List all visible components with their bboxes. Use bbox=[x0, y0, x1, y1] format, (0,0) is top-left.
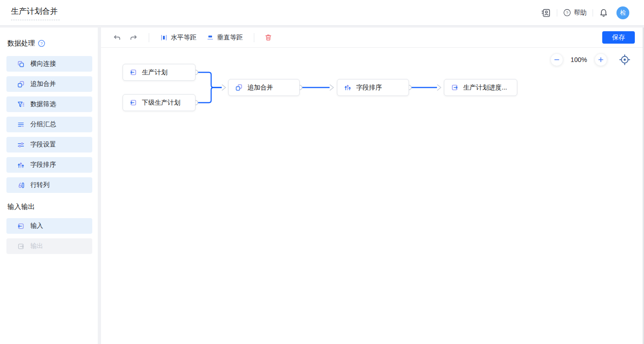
redo-icon bbox=[129, 34, 138, 42]
locate-icon bbox=[619, 54, 630, 65]
contacts-icon[interactable] bbox=[541, 8, 551, 18]
node-label: 生产计划进度... bbox=[463, 84, 507, 92]
join-icon bbox=[17, 60, 25, 68]
sidebar-item-label: 输入 bbox=[30, 222, 43, 230]
divider bbox=[593, 9, 593, 17]
input-icon bbox=[17, 222, 25, 230]
zoom-level: 100% bbox=[563, 56, 594, 63]
help-circle-icon[interactable]: ? bbox=[38, 39, 45, 47]
node-label: 下级生产计划 bbox=[142, 99, 180, 107]
section-title-data-processing: 数据处理 ? bbox=[7, 39, 92, 48]
minus-icon bbox=[554, 56, 560, 63]
node-production-plan[interactable]: 生产计划 bbox=[123, 64, 196, 81]
sidebar-item-label: 数据筛选 bbox=[30, 100, 56, 108]
page-title[interactable]: 生产计划合并 bbox=[11, 5, 60, 20]
svg-text:?: ? bbox=[566, 11, 568, 15]
append-icon bbox=[17, 80, 25, 88]
sidebar-item-output: 输出 bbox=[6, 238, 92, 254]
sidebar-item-label: 横向连接 bbox=[30, 60, 56, 68]
sidebar-item-group-summary[interactable]: 分组汇总 bbox=[6, 117, 92, 132]
align-vertical-button[interactable]: 垂直等距 bbox=[207, 34, 243, 42]
section-title-label: 数据处理 bbox=[7, 39, 35, 48]
align-vertical-icon bbox=[207, 34, 214, 41]
group-summary-icon bbox=[17, 121, 25, 129]
sidebar-item-label: 输出 bbox=[30, 242, 43, 250]
canvas-toolbar: 水平等距 垂直等距 保存 bbox=[101, 28, 644, 48]
divider bbox=[254, 33, 254, 42]
section-title-input-output: 输入输出 bbox=[7, 202, 92, 212]
help-button[interactable]: ? 帮助 bbox=[563, 9, 587, 17]
node-output-progress[interactable]: 生产计划进度... bbox=[444, 79, 517, 96]
zoom-in-button[interactable] bbox=[594, 53, 607, 66]
divider bbox=[557, 9, 557, 17]
sidebar-item-row-to-column[interactable]: 行转列 bbox=[6, 177, 92, 193]
node-label: 追加合并 bbox=[247, 84, 273, 92]
svg-text:?: ? bbox=[40, 41, 43, 46]
zoom-out-button[interactable] bbox=[550, 53, 563, 66]
undo-button[interactable] bbox=[113, 34, 121, 42]
align-horizontal-label: 水平等距 bbox=[171, 34, 196, 42]
app-header: 生产计划合并 ? 帮助 bbox=[0, 0, 644, 26]
row-to-column-icon bbox=[17, 181, 25, 189]
header-actions: ? 帮助 检 bbox=[541, 6, 629, 19]
plus-icon bbox=[598, 56, 604, 63]
help-label: 帮助 bbox=[574, 9, 587, 17]
avatar[interactable]: 检 bbox=[616, 6, 629, 19]
redo-button[interactable] bbox=[129, 34, 138, 42]
output-icon bbox=[451, 84, 459, 91]
filter-icon bbox=[17, 101, 25, 108]
sidebar-item-data-filter[interactable]: 数据筛选 bbox=[6, 96, 92, 112]
flow-canvas[interactable]: 生产计划 下级生产计划 追加合并 bbox=[101, 48, 644, 344]
sidebar-item-label: 字段设置 bbox=[30, 141, 56, 149]
node-label: 字段排序 bbox=[356, 84, 382, 92]
sidebar-item-append-merge[interactable]: 追加合并 bbox=[6, 76, 92, 92]
field-settings-icon bbox=[17, 141, 25, 149]
output-icon bbox=[17, 242, 25, 250]
locate-button[interactable] bbox=[619, 54, 630, 65]
bell-icon[interactable] bbox=[599, 8, 608, 17]
sidebar-item-label: 追加合并 bbox=[30, 80, 56, 88]
section-title-label: 输入输出 bbox=[7, 203, 35, 211]
input-icon bbox=[129, 68, 137, 76]
sidebar-item-label: 行转列 bbox=[30, 181, 50, 189]
field-sort-icon bbox=[344, 84, 352, 91]
input-icon bbox=[129, 99, 137, 107]
sidebar-item-input[interactable]: 输入 bbox=[6, 218, 92, 234]
field-sort-icon bbox=[17, 161, 25, 169]
align-horizontal-button[interactable]: 水平等距 bbox=[160, 34, 196, 42]
sidebar-item-field-settings[interactable]: 字段设置 bbox=[6, 137, 92, 152]
app: 生产计划合并 ? 帮助 bbox=[0, 0, 644, 344]
sidebar-item-label: 字段排序 bbox=[30, 161, 56, 169]
help-circle-icon: ? bbox=[563, 9, 571, 17]
undo-icon bbox=[113, 34, 121, 42]
node-sub-production-plan[interactable]: 下级生产计划 bbox=[123, 94, 196, 111]
sidebar-item-field-sort[interactable]: 字段排序 bbox=[6, 157, 92, 173]
delete-button[interactable] bbox=[264, 34, 272, 41]
zoom-controls: 100% bbox=[550, 53, 630, 66]
divider bbox=[149, 33, 149, 42]
align-vertical-label: 垂直等距 bbox=[217, 34, 243, 42]
sidebar-item-label: 分组汇总 bbox=[30, 120, 56, 129]
node-append-merge[interactable]: 追加合并 bbox=[228, 79, 300, 96]
trash-icon bbox=[264, 34, 272, 41]
node-field-sort[interactable]: 字段排序 bbox=[337, 79, 409, 96]
append-icon bbox=[235, 84, 243, 91]
node-label: 生产计划 bbox=[142, 68, 168, 77]
save-button[interactable]: 保存 bbox=[602, 31, 635, 44]
sidebar-item-horizontal-join[interactable]: 横向连接 bbox=[6, 56, 92, 72]
align-horizontal-icon bbox=[160, 34, 168, 41]
sidebar: 数据处理 ? 横向连接 追加合并 bbox=[0, 28, 98, 344]
canvas-panel: 水平等距 垂直等距 保存 bbox=[101, 28, 644, 344]
